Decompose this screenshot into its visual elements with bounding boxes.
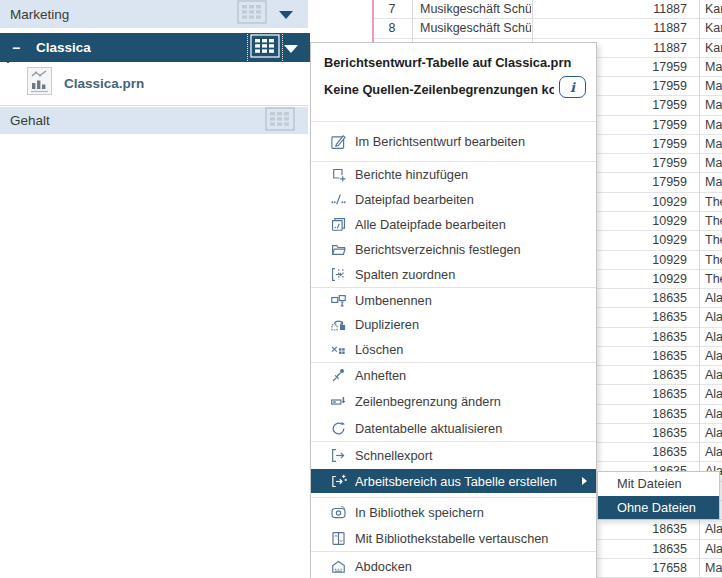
extra-cell: Ma	[699, 559, 722, 577]
context-menu: Berichtsentwurf-Tabelle auf Classica.prn…	[310, 42, 597, 578]
extra-cell: Ma	[699, 154, 722, 172]
menu-item-mit-bibliothekstabelle-vertauschen[interactable]: Mit Bibliothekstabelle vertauschen	[311, 525, 596, 551]
save-library-icon	[330, 504, 347, 521]
extra-cell: The	[699, 270, 722, 288]
sidebar-divider	[0, 105, 308, 106]
menu-item-schnellexport[interactable]: Schnellexport	[311, 442, 596, 469]
menu-group: SchnellexportArbeitsbereich aus Tabelle …	[311, 442, 596, 497]
extra-cell: Ala	[699, 366, 722, 384]
extra-cell: Kar	[699, 19, 722, 37]
menu-item-label: Abdocken	[355, 559, 412, 574]
extra-cell: Ma	[699, 135, 722, 153]
quick-export-icon	[330, 447, 347, 464]
collapse-icon[interactable]: −	[12, 33, 20, 62]
table-row[interactable]: 8Musikgeschäft Schütz11887Kar	[372, 19, 722, 38]
table-grid-icon[interactable]	[237, 0, 267, 28]
table-grid-icon[interactable]	[265, 107, 295, 135]
all-file-paths-icon	[330, 216, 347, 233]
menu-item-anheften[interactable]: Anheften	[311, 363, 596, 389]
extra-cell: The	[699, 193, 722, 211]
sidebar-item-marketing[interactable]: Marketing	[0, 0, 308, 28]
table-grid-icon[interactable]	[250, 34, 280, 62]
table-row[interactable]: 7Musikgeschäft Schütz11887Kar	[372, 0, 722, 19]
add-report-icon	[330, 166, 347, 183]
menu-item-berichte-hinzufügen[interactable]: Berichte hinzufügen	[311, 162, 596, 187]
menu-item-label: Arbeitsbereich aus Tabelle erstellen	[355, 474, 557, 489]
menu-item-label: Berichtsverzeichnis festlegen	[355, 242, 521, 257]
extra-cell: The	[699, 251, 722, 269]
sidebar-item-classica-prn[interactable]: Classica.prn	[0, 63, 308, 103]
menu-item-alle-dateipfade-bearbeiten[interactable]: Alle Dateipfade bearbeiten	[311, 212, 596, 237]
extra-cell: Ala	[699, 520, 722, 538]
menu-item-dateipfad-bearbeiten[interactable]: Dateipfad bearbeiten	[311, 187, 596, 212]
info-icon[interactable]: i	[559, 76, 586, 98]
sidebar-item-label: Classica.prn	[64, 76, 144, 91]
context-menu-title: Berichtsentwurf-Tabelle auf Classica.prn	[324, 53, 584, 72]
extra-cell: Kar	[699, 0, 722, 18]
menu-item-label: Alle Dateipfade bearbeiten	[355, 217, 506, 232]
rename-icon	[330, 292, 347, 309]
menu-item-label: Schnellexport	[355, 448, 433, 463]
sidebar-item-gehalt[interactable]: Gehalt	[0, 107, 308, 134]
menu-item-abdocken[interactable]: Abdocken	[311, 553, 596, 578]
pin-icon	[330, 367, 347, 384]
duplicate-icon	[330, 316, 347, 333]
menu-item-label: Spalten zuordnen	[355, 267, 455, 282]
menu-group: AnheftenZeilenbegrenzung ändernDatentabe…	[311, 363, 596, 442]
refresh-icon	[330, 420, 347, 437]
menu-item-datentabelle-aktualisieren[interactable]: Datentabelle aktualisieren	[311, 415, 596, 441]
menu-item-label: Mit Bibliothekstabelle vertauschen	[355, 531, 548, 546]
create-workspace-icon	[330, 473, 347, 490]
extra-cell: The	[699, 231, 722, 249]
menu-group: In Bibliothek speichernMit Bibliotheksta…	[311, 498, 596, 551]
extra-cell: Ala	[699, 540, 722, 558]
name-cell: Musikgeschäft Schütz	[413, 0, 531, 18]
extra-cell: Ma	[699, 77, 722, 95]
chevron-down-icon[interactable]	[279, 11, 293, 19]
extra-cell: Ala	[699, 443, 722, 461]
report-directory-icon	[330, 241, 347, 258]
submenu: Mit DateienOhne Dateien	[597, 471, 720, 520]
menu-item-löschen[interactable]: Löschen	[311, 337, 596, 362]
row-number-cell: 7	[372, 0, 412, 18]
context-menu-header: Berichtsentwurf-Tabelle auf Classica.prn…	[311, 43, 596, 121]
menu-item-arbeitsbereich-aus-tabelle-erstellen[interactable]: Arbeitsbereich aus Tabelle erstellen	[311, 469, 596, 493]
menu-item-duplizieren[interactable]: Duplizieren	[311, 313, 596, 338]
extra-cell: The	[699, 212, 722, 230]
menu-group: Abdocken	[311, 552, 596, 578]
menu-group: UmbenennenDuplizierenLöschen	[311, 288, 596, 362]
sidebar-item-classica[interactable]: − Classica	[0, 33, 310, 62]
chevron-down-icon[interactable]	[284, 45, 298, 53]
extra-cell: Ma	[699, 173, 722, 191]
menu-item-label: Löschen	[355, 342, 403, 357]
menu-item-label: In Bibliothek speichern	[355, 505, 484, 520]
file-path-icon	[330, 191, 347, 208]
menu-item-label: Zeilenbegrenzung ändern	[355, 394, 501, 409]
value-cell: 11887	[532, 19, 699, 37]
extra-cell: Ma	[699, 116, 722, 134]
menu-item-label: Dateipfad bearbeiten	[355, 192, 474, 207]
extra-cell: Ala	[699, 328, 722, 346]
menu-item-label: Duplizieren	[355, 317, 419, 332]
sidebar: Marketing − Classica Classica.prn Gehalt	[0, 0, 310, 578]
menu-item-label: Datentabelle aktualisieren	[355, 421, 502, 436]
submenu-item-ohne-dateien[interactable]: Ohne Dateien	[598, 496, 719, 520]
row-number-cell: 8	[372, 19, 412, 37]
menu-item-spalten-zuordnen[interactable]: Spalten zuordnen	[311, 262, 596, 287]
menu-group: Berichte hinzufügenDateipfad bearbeitenA…	[311, 162, 596, 287]
menu-item-label: Berichte hinzufügen	[355, 167, 468, 182]
name-cell: Musikgeschäft Schütz	[413, 19, 531, 37]
menu-item-umbenennen[interactable]: Umbenennen	[311, 288, 596, 313]
menu-item-im-berichtsentwurf-bearbeiten[interactable]: Im Berichtsentwurf bearbeiten	[311, 122, 596, 161]
extra-cell: Ala	[699, 347, 722, 365]
menu-item-label: Umbenennen	[355, 293, 432, 308]
extra-cell: Ala	[699, 385, 722, 403]
sidebar-item-label: Gehalt	[10, 113, 50, 128]
menu-item-berichtsverzeichnis-festlegen[interactable]: Berichtsverzeichnis festlegen	[311, 237, 596, 262]
extra-cell: Ma	[699, 58, 722, 76]
menu-item-in-bibliothek-speichern[interactable]: In Bibliothek speichern	[311, 499, 596, 525]
delete-icon	[330, 341, 347, 358]
sidebar-item-label: Marketing	[10, 7, 69, 22]
submenu-item-mit-dateien[interactable]: Mit Dateien	[598, 472, 719, 496]
menu-item-zeilenbegrenzung-ändern[interactable]: Zeilenbegrenzung ändern	[311, 389, 596, 415]
